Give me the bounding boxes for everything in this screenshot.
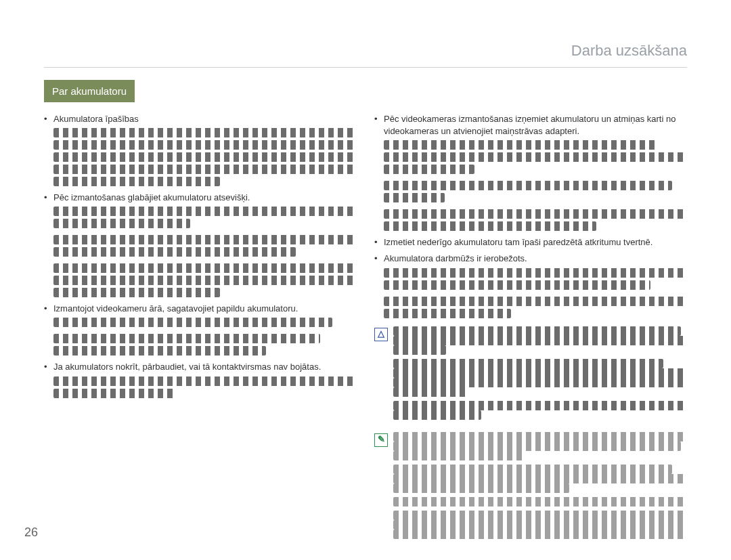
warning-icon: △ [374, 328, 388, 341]
obscured-sub-text [53, 318, 357, 356]
note-icon: ✎ [374, 433, 388, 447]
bullet-item: • Pēc izmantošanas glabājiet akumulatoru… [44, 192, 357, 204]
page-number: 26 [24, 524, 38, 541]
bullet-dot: • [44, 361, 53, 373]
bullet-text: Izmantojot videokameru ārā, sagatavojiet… [53, 303, 357, 315]
bullet-dot: • [374, 113, 384, 137]
left-column: • Akumulatora īpašības • Pēc izmantošana… [44, 113, 357, 543]
bullet-dot: • [44, 303, 53, 315]
topic-badge: Par akumulatoru [44, 80, 135, 102]
bullet-item: • Izmantojot videokameru ārā, sagatavoji… [44, 303, 357, 315]
obscured-sub-text [53, 128, 357, 186]
bullet-item: • Ja akumulators nokrīt, pārbaudiet, vai… [44, 361, 357, 373]
bullet-dot: • [374, 236, 384, 249]
obscured-sub-text [384, 268, 687, 318]
tip-note: ✎ [374, 432, 687, 543]
bullet-dot: • [44, 113, 53, 125]
obscured-sub-text [53, 207, 357, 297]
bullet-text: Akumulatora īpašības [53, 113, 357, 125]
bullet-text: Pēc izmantošanas glabājiet akumulatoru a… [53, 192, 357, 204]
bullet-text: Akumulatora darbmūžs ir ierobežots. [384, 253, 687, 265]
warning-note: △ [374, 326, 687, 424]
bullet-text: Izmetiet nederīgo akumulatoru tam īpaši … [384, 236, 687, 249]
chapter-title: Darba uzsākšana [44, 41, 687, 68]
tip-body [393, 432, 687, 543]
bullet-dot: • [374, 253, 384, 265]
manual-page: Darba uzsākšana Par akumulatoru • Akumul… [0, 0, 731, 543]
two-column-layout: • Akumulatora īpašības • Pēc izmantošana… [44, 113, 687, 543]
warning-body [393, 326, 687, 424]
bullet-item: • Izmetiet nederīgo akumulatoru tam īpaš… [374, 236, 687, 249]
right-column: • Pēc videokameras izmantošanas izņemiet… [374, 113, 687, 543]
bullet-item: • Akumulatora darbmūžs ir ierobežots. [374, 253, 687, 265]
obscured-sub-text [384, 140, 687, 231]
bullet-text: Ja akumulators nokrīt, pārbaudiet, vai t… [53, 361, 357, 373]
bullet-dot: • [44, 192, 53, 204]
obscured-sub-text [53, 376, 357, 398]
bullet-item: • Pēc videokameras izmantošanas izņemiet… [374, 113, 687, 137]
bullet-item: • Akumulatora īpašības [44, 113, 357, 125]
bullet-text: Pēc videokameras izmantošanas izņemiet a… [384, 113, 687, 137]
